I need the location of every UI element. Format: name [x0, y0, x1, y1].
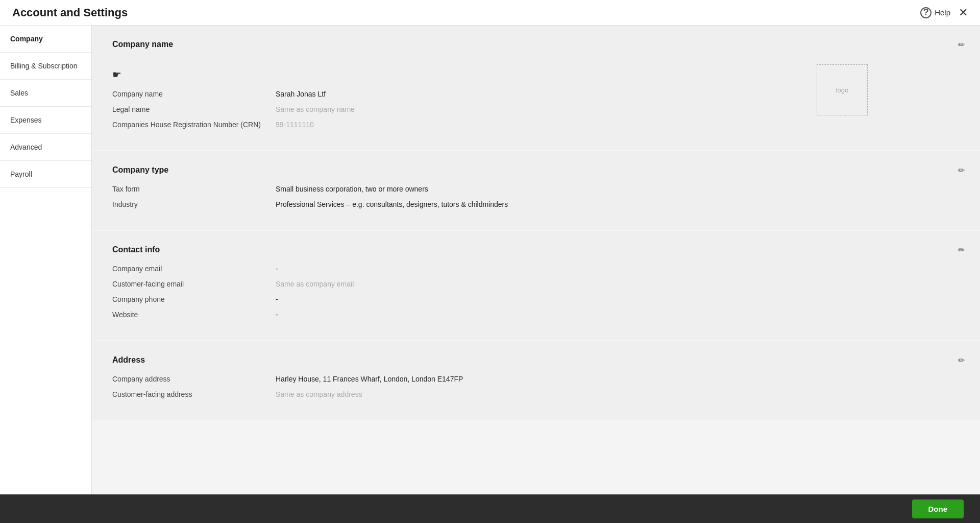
sidebar-item-expenses[interactable]: Expenses [0, 107, 91, 134]
field-value-crn: 99-1111110 [276, 121, 314, 129]
contact-info-section: Contact info ✏ Company email - Customer-… [92, 231, 980, 340]
field-value-company-name: Sarah Jonas Ltf [276, 90, 326, 98]
field-row-crn: Companies House Registration Number (CRN… [112, 121, 806, 129]
sidebar-item-company[interactable]: Company [0, 26, 91, 53]
address-heading: Address [112, 355, 960, 365]
field-row-customer-email: Customer-facing email Same as company em… [112, 280, 960, 288]
field-row-website: Website - [112, 311, 960, 319]
field-label-customer-address: Customer-facing address [112, 390, 276, 398]
hand-cursor-icon: ☛ [112, 68, 121, 81]
sidebar-item-advanced[interactable]: Advanced [0, 134, 91, 161]
contact-info-inner: Contact info ✏ Company email - Customer-… [92, 231, 980, 340]
field-value-customer-address: Same as company address [276, 390, 362, 398]
field-value-company-email: - [276, 265, 278, 273]
field-value-industry: Professional Services – e.g. consultants… [276, 200, 508, 208]
company-name-content: ☛ Company name Sarah Jonas Ltf Legal nam… [112, 59, 960, 136]
help-button[interactable]: ? Help [920, 7, 950, 18]
field-row-company-address: Company address Harley House, 11 Frances… [112, 375, 960, 383]
contact-info-heading: Contact info [112, 245, 960, 254]
field-value-customer-email: Same as company email [276, 280, 354, 288]
field-label-company-phone: Company phone [112, 295, 276, 303]
edit-icon: ✏ [958, 356, 965, 365]
main-layout: Company Billing & Subscription Sales Exp… [0, 26, 980, 494]
close-button[interactable]: ✕ [959, 7, 968, 18]
field-value-website: - [276, 311, 278, 319]
edit-icon: ✏ [958, 166, 965, 175]
company-type-heading: Company type [112, 165, 960, 175]
company-name-section: Company name ✏ ☛ Company name Sarah Jona… [92, 26, 980, 150]
sidebar-item-billing[interactable]: Billing & Subscription [0, 53, 91, 80]
header: Account and Settings ? Help ✕ [0, 0, 980, 26]
bottom-bar: Done [0, 494, 980, 523]
help-circle-icon: ? [920, 7, 932, 18]
contact-info-edit-button[interactable]: ✏ [958, 245, 965, 255]
field-value-legal-name: Same as company name [276, 105, 355, 113]
company-name-edit-button[interactable]: ✏ [958, 40, 965, 50]
field-row-customer-address: Customer-facing address Same as company … [112, 390, 960, 398]
edit-icon: ✏ [958, 246, 965, 254]
address-edit-button[interactable]: ✏ [958, 355, 965, 365]
sidebar: Company Billing & Subscription Sales Exp… [0, 26, 92, 494]
company-type-section: Company type ✏ Tax form Small business c… [92, 151, 980, 230]
address-section: Address ✏ Company address Harley House, … [92, 341, 980, 420]
company-type-inner: Company type ✏ Tax form Small business c… [92, 151, 980, 230]
field-row-company-name: Company name Sarah Jonas Ltf [112, 90, 806, 98]
field-label-crn: Companies House Registration Number (CRN… [112, 121, 276, 129]
company-name-fields-area: ☛ Company name Sarah Jonas Ltf Legal nam… [112, 59, 806, 136]
sidebar-item-sales[interactable]: Sales [0, 80, 91, 107]
field-row-company-email: Company email - [112, 265, 960, 273]
field-label-website: Website [112, 311, 276, 319]
address-inner: Address ✏ Company address Harley House, … [92, 341, 980, 420]
field-label-customer-email: Customer-facing email [112, 280, 276, 288]
done-button[interactable]: Done [912, 500, 964, 518]
field-label-legal-name: Legal name [112, 105, 276, 113]
field-label-company-address: Company address [112, 375, 276, 383]
field-label-industry: Industry [112, 200, 276, 208]
edit-icon: ✏ [958, 40, 965, 49]
field-row-company-phone: Company phone - [112, 295, 960, 303]
cursor-area: ☛ [112, 59, 806, 90]
help-label: Help [935, 8, 950, 17]
field-label-tax-form: Tax form [112, 185, 276, 193]
close-icon: ✕ [959, 6, 968, 19]
logo-area: logo [806, 59, 868, 136]
header-actions: ? Help ✕ [920, 7, 968, 18]
field-row-tax-form: Tax form Small business corporation, two… [112, 185, 960, 193]
sidebar-item-payroll[interactable]: Payroll [0, 161, 91, 188]
content-area: Company name ✏ ☛ Company name Sarah Jona… [92, 26, 980, 494]
field-row-industry: Industry Professional Services – e.g. co… [112, 200, 960, 208]
field-row-legal-name: Legal name Same as company name [112, 105, 806, 113]
company-type-edit-button[interactable]: ✏ [958, 165, 965, 175]
field-value-tax-form: Small business corporation, two or more … [276, 185, 428, 193]
company-name-inner: Company name ✏ ☛ Company name Sarah Jona… [92, 26, 980, 150]
logo-placeholder[interactable]: logo [817, 64, 868, 115]
field-value-company-phone: - [276, 295, 278, 303]
page-title: Account and Settings [12, 6, 128, 19]
company-name-heading: Company name [112, 40, 960, 49]
field-value-company-address: Harley House, 11 Frances Wharf, London, … [276, 375, 463, 383]
field-label-company-email: Company email [112, 265, 276, 273]
field-label-company-name: Company name [112, 90, 276, 98]
